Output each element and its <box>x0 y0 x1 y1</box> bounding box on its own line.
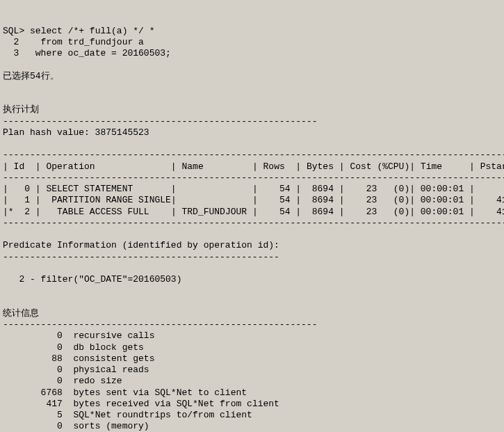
statistics-header: 统计信息 <box>3 308 39 319</box>
stat-value: 417 <box>46 399 62 409</box>
execution-plan-header: 执行计划 <box>3 104 39 115</box>
col-rows: Rows <box>263 161 285 172</box>
col-pstart: Pstart <box>480 161 504 172</box>
sql-line-3: where oc_date = 20160503; <box>30 48 171 58</box>
plan-row-cost: 23 <box>366 184 377 194</box>
sql-line-2: from trd_fundjour a <box>30 37 144 47</box>
stat-label: db block gets <box>73 342 143 353</box>
plan-row-cost: 23 <box>366 195 377 205</box>
col-bytes: Bytes <box>307 161 334 172</box>
plan-row-pstart: 41 <box>496 207 504 217</box>
plan-row-bytes: 8694 <box>312 184 334 194</box>
stat-label: physical reads <box>73 365 149 375</box>
stat-label: bytes received via SQL*Net from client <box>73 399 279 409</box>
stat-label: bytes sent via SQL*Net to client <box>73 387 247 398</box>
stat-value: 0 <box>57 421 63 431</box>
plan-row-op: SELECT STATEMENT <box>46 184 133 194</box>
stat-value: 0 <box>57 342 63 353</box>
plan-row-cpu: (0) <box>393 207 409 217</box>
plan-row-rows: 54 <box>279 195 291 205</box>
col-name: Name <box>181 161 203 172</box>
stat-label: recursive calls <box>73 330 154 341</box>
stat-value: 5 <box>57 410 63 420</box>
col-cost: Cost (%CPU) <box>350 161 409 172</box>
plan-row-rows: 54 <box>279 207 291 217</box>
plan-row-time: 00:00:01 <box>421 184 464 194</box>
plan-row-time: 00:00:01 <box>421 207 464 217</box>
col-time: Time <box>421 161 442 172</box>
plan-row-op: PARTITION RANGE SINGLE <box>51 195 171 205</box>
separator: ----------------------------------------… <box>3 116 317 127</box>
plan-row-op: TABLE ACCESS FULL <box>57 207 149 217</box>
stat-value: 0 <box>57 365 63 375</box>
col-id: Id <box>14 161 25 172</box>
plan-row-id: 1 <box>24 195 30 205</box>
plan-row-rows: 54 <box>279 184 291 194</box>
plan-row-cpu: (0) <box>393 184 409 194</box>
plan-row-id: 2 <box>24 207 30 217</box>
sql-linenum-2: 2 <box>3 37 30 47</box>
plan-row-cost: 23 <box>366 207 377 217</box>
stat-label: SQL*Net roundtrips to/from client <box>73 410 252 420</box>
separator: ----------------------------------------… <box>3 252 279 262</box>
plan-hash-value: Plan hash value: 3875145523 <box>3 127 149 138</box>
plan-row-bytes: 8694 <box>312 195 334 205</box>
separator: ----------------------------------------… <box>3 173 504 183</box>
col-operation: Operation <box>46 161 95 172</box>
plan-row-cpu: (0) <box>393 195 409 205</box>
stat-label: sorts (memory) <box>73 421 149 431</box>
rows-selected-message: 已选择54行。 <box>3 71 59 81</box>
sql-prompt: SQL> <box>3 26 24 36</box>
stat-value: 6768 <box>41 387 63 398</box>
predicate-info-header: Predicate Information (identified by ope… <box>3 240 279 250</box>
stat-label: redo size <box>73 376 122 386</box>
stat-value: 0 <box>57 330 63 341</box>
plan-row-bytes: 8694 <box>312 207 334 217</box>
stat-value: 0 <box>57 376 63 386</box>
stat-value: 88 <box>51 353 63 364</box>
sql-linenum-3: 3 <box>3 48 30 58</box>
plan-row-pstart: 41 <box>496 195 504 205</box>
plan-row-time: 00:00:01 <box>421 195 464 205</box>
plan-row-id: 0 <box>24 184 30 194</box>
separator: ----------------------------------------… <box>3 319 317 330</box>
separator: ----------------------------------------… <box>3 150 504 160</box>
predicate-filter: 2 - filter("OC_DATE"=20160503) <box>3 274 181 285</box>
sql-line-1: select /*+ full(a) */ * <box>30 26 154 36</box>
separator: ----------------------------------------… <box>3 218 504 228</box>
stat-label: consistent gets <box>73 353 154 364</box>
plan-row-name: TRD_FUNDJOUR <box>181 207 247 217</box>
